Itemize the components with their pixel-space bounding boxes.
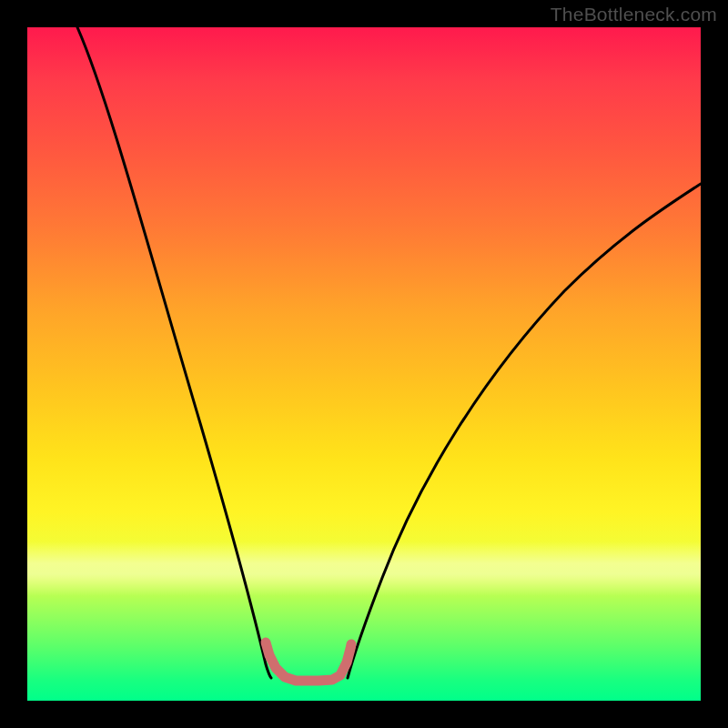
valley-marker	[266, 642, 351, 681]
curve-layer	[27, 27, 701, 701]
chart-frame: TheBottleneck.com	[0, 0, 728, 728]
watermark-text: TheBottleneck.com	[551, 4, 717, 25]
plot-area	[27, 27, 701, 701]
left-curve	[77, 27, 271, 678]
right-curve	[348, 184, 701, 678]
